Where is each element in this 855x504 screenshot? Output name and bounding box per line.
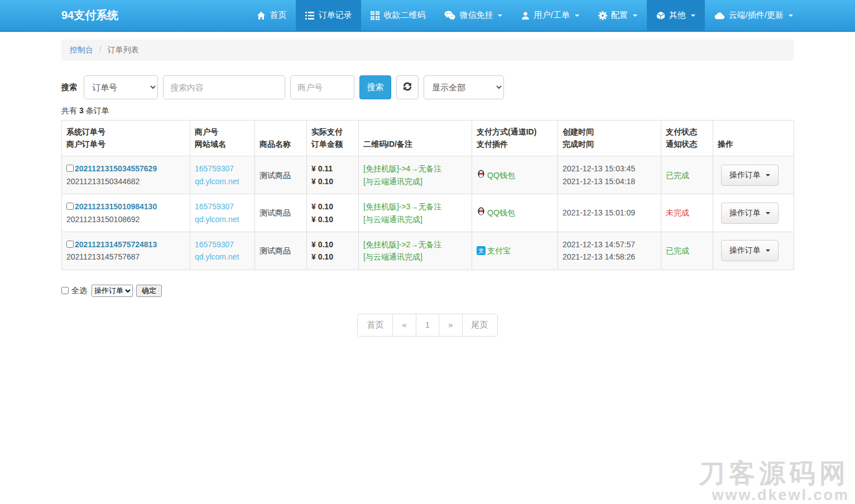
order-amount: ¥ 0.10 — [311, 213, 354, 225]
caret-down-icon — [766, 212, 770, 214]
caret-down-icon — [766, 249, 770, 252]
paid-amount: ¥ 0.11 — [311, 162, 354, 175]
user-icon — [521, 11, 530, 20]
watermark-title: 刀客源码网 — [699, 459, 849, 488]
nav-item-other[interactable]: 其他 — [647, 0, 705, 31]
status-badge: 已完成 — [666, 246, 689, 255]
col-times: 创建时间完成时间 — [558, 121, 661, 156]
refresh-button[interactable] — [396, 75, 419, 99]
order-amount: ¥ 0.10 — [311, 175, 354, 188]
row-checkbox[interactable] — [66, 203, 74, 210]
order-action-button[interactable]: 操作订单 — [721, 203, 779, 224]
nav-item-cloud[interactable]: 云端/插件/更新 — [705, 0, 803, 31]
pagination-page-1[interactable]: 1 — [416, 314, 439, 337]
row-checkbox[interactable] — [66, 241, 74, 248]
watermark-url: www.dkewl.com — [699, 488, 849, 503]
row-checkbox[interactable] — [66, 165, 74, 172]
qr-note: [免挂机版]->2→无备注 — [363, 238, 467, 251]
pagination-last[interactable]: 尾页 — [462, 314, 498, 337]
site-domain-link[interactable]: qd.ylcom.net — [195, 251, 239, 263]
col-product: 商品名称 — [255, 121, 307, 156]
site-watermark: 刀客源码网 www.dkewl.com — [699, 459, 849, 503]
table-header-row: 系统订单号商户订单号 商户号网站域名 商品名称 实际支付订单金额 二维码ID/备… — [62, 121, 794, 156]
paid-amount: ¥ 0.10 — [311, 200, 354, 213]
col-status: 支付状态通知状态 — [661, 121, 713, 156]
site-domain-link[interactable]: qd.ylcom.net — [195, 213, 239, 225]
completed-time: 2021-12-13 14:58:26 — [563, 251, 656, 263]
pagination-first[interactable]: 首页 — [357, 314, 393, 337]
product-name: 测试商品 — [255, 232, 307, 270]
nav-item-home[interactable]: 首页 — [247, 0, 296, 31]
caret-down-icon — [498, 15, 502, 17]
status-badge: 未完成 — [666, 208, 689, 217]
order-action-button[interactable]: 操作订单 — [721, 240, 779, 261]
status-badge: 已完成 — [666, 171, 689, 180]
merchant-id-link[interactable]: 165759307 — [195, 200, 234, 213]
sys-order-link[interactable]: 2021121315034557629 — [75, 164, 157, 173]
nav-item-orders[interactable]: 订单记录 — [296, 0, 361, 31]
merchant-order-no: 20211213150344682 — [66, 175, 185, 188]
site-domain-link[interactable]: qd.ylcom.net — [195, 175, 239, 188]
select-all-checkbox[interactable] — [61, 287, 69, 294]
qr-note: [免挂机版]->4→无备注 — [363, 162, 467, 175]
search-label: 搜索 — [61, 83, 77, 93]
search-button[interactable]: 搜索 — [359, 75, 391, 99]
refresh-icon — [403, 82, 412, 93]
nav-item-users[interactable]: 用户/工单 — [512, 0, 588, 31]
breadcrumb-home-link[interactable]: 控制台 — [70, 45, 93, 54]
status-filter-select[interactable]: 显示全部 — [424, 75, 504, 99]
col-qr-note: 二维码ID/备注 — [359, 121, 472, 156]
col-pay-method: 支付方式(通道ID)支付插件 — [472, 121, 558, 156]
merchant-order-no: 20211213145757687 — [66, 251, 185, 263]
created-time: 2021-12-13 14:57:57 — [563, 238, 656, 251]
home-icon — [257, 11, 266, 20]
sys-order-link[interactable]: 2021121315010984130 — [75, 202, 157, 211]
pagination-next[interactable]: » — [439, 314, 462, 337]
pagination-prev[interactable]: « — [392, 314, 416, 337]
nav-item-qrcode[interactable]: 收款二维码 — [361, 0, 435, 31]
search-type-select[interactable]: 订单号 — [84, 75, 158, 99]
merchant-id-link[interactable]: 165759307 — [195, 238, 234, 251]
merchant-id-link[interactable]: 165759307 — [195, 162, 234, 175]
sys-order-link[interactable]: 2021121314575724813 — [75, 240, 157, 249]
bulk-actions: 全选 操作订单 确定 — [61, 285, 794, 297]
col-actions: 操作 — [713, 121, 794, 156]
gear-icon — [598, 11, 607, 20]
qq-wallet-icon — [477, 207, 486, 219]
completed-time: 2021-12-13 15:04:18 — [563, 175, 656, 188]
table-row: 202112131457572481320211213145757687 165… — [62, 232, 794, 270]
order-count-summary: 共有3条订单 — [61, 106, 794, 116]
col-merchant: 商户号网站域名 — [190, 121, 255, 156]
nav-item-config[interactable]: 配置 — [589, 0, 647, 31]
product-name: 测试商品 — [255, 156, 307, 194]
qq-wallet-icon — [477, 169, 486, 181]
orders-table: 系统订单号商户订单号 商户号网站域名 商品名称 实际支付订单金额 二维码ID/备… — [61, 120, 794, 270]
bulk-action-select[interactable]: 操作订单 — [92, 285, 133, 297]
top-navbar: 94支付系统 首页 订单记录 收款二维码 微信免挂 用户/工单 配置 — [0, 0, 855, 32]
order-action-button[interactable]: 操作订单 — [721, 165, 779, 186]
qr-note: [免挂机版]->3→无备注 — [363, 200, 467, 213]
merchant-id-input[interactable] — [290, 75, 354, 99]
pay-method-label: QQ钱包 — [487, 169, 515, 181]
pay-method-label: 支付宝 — [487, 244, 511, 257]
select-all-label: 全选 — [71, 286, 87, 296]
pagination: 首页 « 1 » 尾页 — [357, 314, 497, 337]
caret-down-icon — [766, 174, 770, 176]
paid-amount: ¥ 0.10 — [311, 238, 354, 251]
nav-item-wechat[interactable]: 微信免挂 — [435, 0, 512, 31]
breadcrumb-current: 订单列表 — [108, 45, 139, 54]
bulk-confirm-button[interactable]: 确定 — [136, 285, 162, 297]
pay-method-label: QQ钱包 — [487, 207, 515, 219]
list-icon — [305, 12, 314, 20]
app-brand: 94支付系统 — [0, 0, 118, 31]
table-row: 202112131501098413020211213150108692 165… — [62, 194, 794, 232]
created-time: 2021-12-13 15:03:45 — [563, 162, 656, 175]
search-input[interactable] — [163, 75, 285, 99]
main-nav: 首页 订单记录 收款二维码 微信免挂 用户/工单 配置 其他 — [247, 0, 803, 31]
breadcrumb-separator: / — [99, 45, 102, 54]
order-amount: ¥ 0.10 — [311, 251, 354, 263]
product-name: 测试商品 — [255, 194, 307, 232]
col-amount: 实际支付订单金额 — [307, 121, 359, 156]
caret-down-icon — [691, 15, 695, 17]
caret-down-icon — [633, 15, 637, 17]
